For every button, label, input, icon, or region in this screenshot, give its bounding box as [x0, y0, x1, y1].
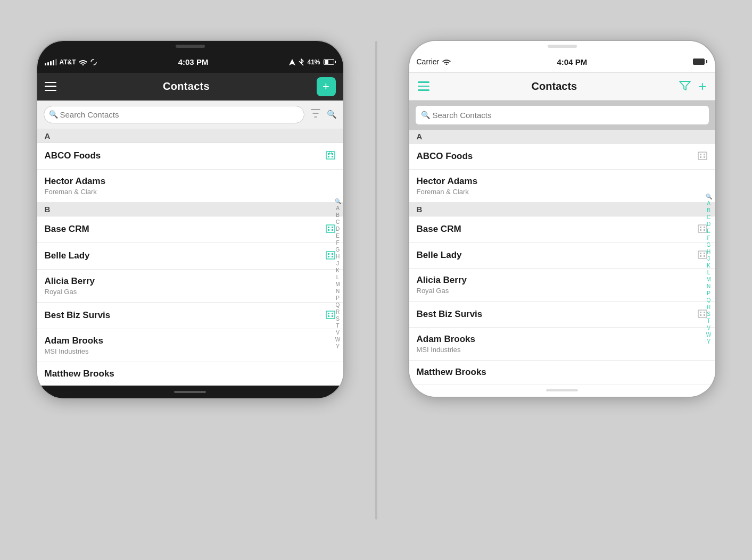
svg-rect-28: [700, 227, 701, 228]
status-left: AT&T: [45, 58, 97, 66]
svg-rect-26: [704, 156, 705, 158]
svg-rect-9: [332, 227, 333, 228]
svg-rect-13: [328, 253, 329, 255]
alphabet-index[interactable]: 🔍 A B C D E F G H J K L M N P Q R S T V: [335, 198, 341, 350]
section-header-a-light: A: [409, 130, 715, 144]
nav-bar-light: Contacts +: [409, 73, 715, 101]
search-bar-light: 🔍: [409, 101, 715, 130]
contact-row[interactable]: Matthew Brooks: [37, 362, 343, 386]
section-header-b-light: B: [409, 203, 715, 216]
contact-row[interactable]: Belle Lady: [37, 243, 343, 270]
contact-row[interactable]: ABCO Foods: [409, 144, 715, 170]
contact-row[interactable]: Matthew Brooks: [409, 361, 715, 384]
search-wrapper: 🔍: [44, 106, 304, 123]
phone-light: Carrier 4:04 PM Contacts: [409, 41, 715, 397]
search-bar: 🔍 🔍: [37, 101, 343, 129]
contact-row[interactable]: Adam Brooks MSI Industries: [409, 328, 715, 361]
svg-rect-18: [328, 313, 329, 314]
building-icon: [325, 309, 336, 322]
svg-rect-25: [700, 156, 701, 158]
svg-rect-39: [704, 312, 705, 313]
nav-bar-dark: Contacts +: [37, 73, 343, 101]
search-wrapper-light: 🔍: [416, 106, 709, 124]
svg-point-0: [91, 60, 96, 65]
battery-pct: 41%: [307, 58, 320, 66]
svg-rect-34: [704, 253, 705, 254]
contact-row[interactable]: Adam Brooks MSI Industries: [37, 329, 343, 362]
svg-rect-17: [326, 311, 335, 319]
nav-title: Contacts: [163, 80, 210, 93]
status-carrier: Carrier: [417, 57, 451, 66]
status-bar-light: Carrier 4:04 PM: [409, 52, 715, 73]
svg-rect-33: [700, 253, 701, 254]
time-display-light: 4:04 PM: [557, 57, 588, 66]
search-input-light[interactable]: [416, 106, 709, 124]
wifi-icon-light: [442, 58, 451, 65]
time-display: 4:03 PM: [178, 57, 209, 66]
signal-bars-icon: [45, 59, 57, 65]
divider: [375, 41, 377, 520]
svg-rect-4: [328, 156, 329, 157]
building-icon: [325, 223, 336, 236]
search-icon-light: 🔍: [421, 111, 430, 119]
svg-rect-29: [704, 227, 705, 228]
contact-row[interactable]: Hector Adams Foreman & Clark: [37, 170, 343, 203]
menu-button[interactable]: [45, 82, 56, 91]
svg-rect-41: [704, 314, 705, 316]
alphabet-index-light[interactable]: 🔍 A B C D E F G H J K L M N P Q R S T V: [706, 194, 712, 345]
activity-icon: [90, 58, 97, 66]
add-contact-button-light[interactable]: +: [698, 78, 706, 95]
section-header-a: A: [37, 129, 343, 143]
phone-dark: AT&T 4:03 PM 41%: [37, 41, 343, 398]
svg-rect-36: [704, 255, 705, 257]
contact-row[interactable]: Alicia Berry Royal Gas: [409, 269, 715, 302]
battery-icon-light: [693, 58, 705, 65]
contact-row[interactable]: ABCO Foods: [37, 143, 343, 170]
svg-rect-21: [332, 315, 333, 317]
search-input[interactable]: [44, 106, 304, 123]
menu-button-light[interactable]: [418, 81, 429, 91]
wifi-icon: [79, 59, 87, 65]
svg-rect-10: [328, 229, 329, 231]
svg-rect-11: [332, 229, 333, 231]
home-indicator-light: [409, 384, 715, 397]
filter-icon-light[interactable]: [679, 81, 691, 91]
battery-tip-light: [706, 60, 707, 63]
nav-icons: +: [679, 78, 706, 95]
svg-rect-19: [332, 313, 333, 314]
contact-row[interactable]: Base CRM: [37, 216, 343, 243]
status-bar-dark: AT&T 4:03 PM 41%: [37, 52, 343, 73]
contact-row[interactable]: Alicia Berry Royal Gas: [37, 270, 343, 303]
contact-row[interactable]: Belle Lady: [409, 243, 715, 269]
svg-rect-20: [328, 315, 329, 317]
svg-rect-15: [328, 256, 329, 257]
svg-rect-14: [332, 253, 333, 255]
contact-list: A ABCO Foods Hector Adams Foreman & Clar…: [37, 129, 343, 386]
battery-icon: [324, 59, 336, 65]
contact-row[interactable]: Best Biz Survis: [409, 302, 715, 328]
svg-rect-5: [332, 156, 333, 157]
svg-rect-40: [700, 314, 701, 316]
search-right-icon[interactable]: 🔍: [327, 110, 337, 119]
contact-row[interactable]: Best Biz Survis: [37, 303, 343, 329]
building-icon: [697, 150, 708, 163]
contact-row[interactable]: Hector Adams Foreman & Clark: [409, 170, 715, 203]
svg-rect-35: [700, 255, 701, 257]
building-icon: [325, 249, 336, 263]
svg-rect-1: [326, 152, 335, 159]
add-contact-button[interactable]: +: [317, 77, 336, 96]
status-right: 41%: [289, 58, 335, 66]
filter-icon: [311, 109, 320, 118]
filter-button[interactable]: [309, 107, 323, 122]
svg-rect-24: [704, 154, 705, 155]
svg-rect-8: [328, 227, 329, 228]
carrier-label: AT&T: [60, 58, 76, 66]
search-icon: 🔍: [49, 110, 58, 119]
bluetooth-icon: [299, 58, 304, 66]
battery-area-light: [693, 58, 707, 65]
svg-rect-12: [326, 252, 335, 259]
svg-rect-16: [332, 256, 333, 257]
building-icon: [325, 149, 336, 163]
contact-row[interactable]: Base CRM: [409, 216, 715, 243]
location-icon: [289, 59, 295, 65]
